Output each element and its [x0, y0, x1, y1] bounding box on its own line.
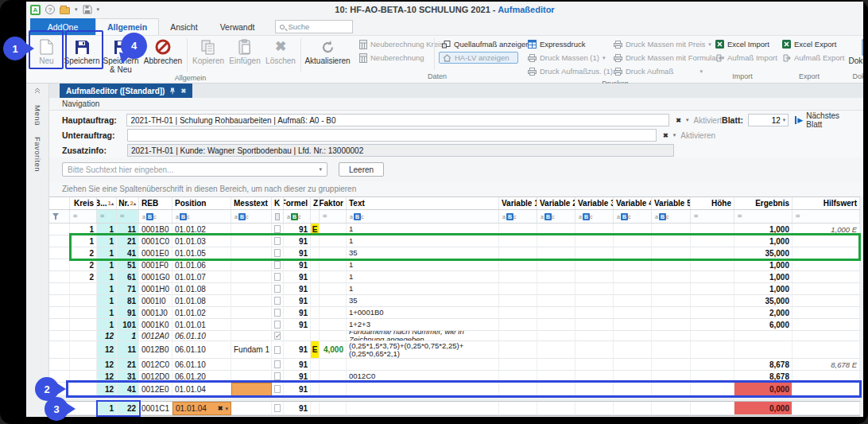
cell-reb[interactable]: 0012A0	[139, 331, 172, 341]
cell-v5[interactable]	[652, 283, 691, 295]
column-header-marker[interactable]	[49, 197, 70, 209]
filter-k[interactable]	[272, 210, 284, 223]
open-folder-icon[interactable]	[60, 7, 70, 14]
cell-hilf[interactable]	[792, 259, 860, 271]
column-header-hoehe[interactable]: Höhe	[691, 197, 734, 209]
help-icon[interactable]: ?	[45, 5, 55, 14]
cell-v2[interactable]	[537, 402, 575, 415]
cell-v2[interactable]	[537, 283, 575, 295]
column-header-kreis[interactable]: Kreis	[70, 197, 97, 209]
column-header-text[interactable]: Text	[347, 197, 499, 209]
cell-mess[interactable]	[231, 259, 272, 271]
cell-v5[interactable]	[652, 307, 691, 319]
cell-v4[interactable]	[614, 341, 652, 359]
table-row[interactable]: 21510001F001.01.069111,000	[49, 259, 860, 271]
k-checkbox[interactable]	[274, 346, 281, 354]
cell-erg[interactable]: 1,000	[734, 283, 792, 295]
cell-pos[interactable]: 06.01.10	[172, 341, 231, 359]
cell-k[interactable]	[272, 359, 284, 371]
cell-hoehe[interactable]	[691, 341, 734, 359]
cell-pos[interactable]: 01.01.07	[172, 271, 231, 283]
cell-v5[interactable]	[652, 402, 691, 415]
cell-hoehe[interactable]	[691, 307, 734, 319]
cell-k[interactable]	[272, 295, 284, 307]
kopieren-button[interactable]: Kopieren	[190, 36, 227, 74]
k-checkbox[interactable]	[274, 309, 281, 317]
druck-massen-mit-preis-button[interactable]: Druck Massen mit Preis▾	[610, 38, 706, 50]
cell-marker[interactable]	[49, 283, 70, 295]
cell-hoehe[interactable]	[691, 319, 734, 331]
cell-v1[interactable]	[499, 271, 537, 283]
cell-v4[interactable]	[614, 359, 652, 371]
cell-b[interactable]: 1	[97, 283, 117, 295]
table-row[interactable]: 1810001I001.01.08913535,000	[49, 295, 860, 307]
cell-marker[interactable]	[49, 331, 70, 341]
cell-v4[interactable]	[614, 283, 652, 295]
filter-z[interactable]	[311, 210, 320, 223]
cell-k[interactable]	[272, 307, 284, 319]
cell-k[interactable]	[272, 319, 284, 331]
cell-z[interactable]	[311, 331, 320, 341]
blatt-field[interactable]: 12▾	[748, 114, 789, 126]
cell-z[interactable]	[311, 307, 320, 319]
cell-hoehe[interactable]	[691, 359, 734, 371]
cell-v1[interactable]	[499, 402, 537, 415]
cell-reb[interactable]: 0001I0	[139, 295, 172, 307]
k-checkbox[interactable]: ✓	[274, 332, 281, 340]
cell-pos[interactable]: 01.01.02	[172, 307, 231, 319]
cell-hoehe[interactable]	[691, 271, 734, 283]
cell-text[interactable]: 1	[347, 259, 499, 271]
cell-b[interactable]: 1	[97, 259, 117, 271]
filter-text[interactable]: aBc	[347, 210, 499, 223]
cell-hoehe[interactable]	[691, 259, 734, 271]
column-header-var2[interactable]: Variable 2	[537, 197, 575, 209]
k-checkbox[interactable]	[274, 404, 281, 412]
cell-text[interactable]: 35	[347, 295, 499, 307]
cell-pos[interactable]: 01.01.04✖▾	[172, 402, 231, 415]
cell-pos[interactable]: 06.01.10	[172, 331, 231, 341]
filter-var3[interactable]: aBc	[575, 210, 614, 223]
cell-v3[interactable]	[575, 271, 614, 283]
cell-reb[interactable]: 0012B0	[139, 341, 172, 359]
cell-z[interactable]: E	[311, 341, 320, 359]
cell-reb[interactable]: 0001K0	[139, 319, 172, 331]
cell-v4[interactable]	[614, 295, 652, 307]
excel-export-button[interactable]: Excel Export	[779, 38, 839, 50]
save-icon[interactable]	[83, 5, 92, 14]
column-header-nr[interactable]: Nr.2▴	[117, 197, 139, 209]
filter-kreis[interactable]: =	[70, 210, 97, 223]
cell-v4[interactable]	[614, 331, 652, 341]
table-row[interactable]: 21610001G001.01.079111,000	[49, 271, 860, 283]
cell-v3[interactable]	[575, 402, 614, 415]
cell-formel[interactable]: 91	[284, 283, 311, 295]
neuberechnung-button[interactable]: Neuberechnung	[356, 52, 430, 64]
table-row[interactable]: ▸1220001C101.01.04✖▾910,000	[49, 401, 860, 416]
abbrechen-button[interactable]: Abbrechen	[141, 36, 184, 74]
cell-hilf[interactable]	[792, 271, 860, 283]
cell-text[interactable]: 1+2+3	[347, 319, 499, 331]
cell-formel[interactable]: 91	[284, 341, 311, 359]
cell-v2[interactable]	[537, 259, 575, 271]
cell-mess[interactable]	[231, 331, 272, 341]
clear-x-icon[interactable]: ✖	[676, 117, 681, 124]
chevron-down-icon[interactable]: ▾	[97, 6, 100, 13]
cell-mess[interactable]: Fundam 1	[231, 341, 272, 359]
unterauftrag-field[interactable]	[127, 129, 657, 142]
cell-erg[interactable]: 35,000	[734, 295, 792, 307]
close-icon[interactable]: ✖	[180, 88, 186, 95]
cell-hilf[interactable]	[792, 319, 860, 331]
cell-erg[interactable]	[734, 331, 792, 341]
cell-kreis[interactable]	[70, 319, 97, 331]
cell-b[interactable]: 1	[97, 295, 117, 307]
tab-allgemein[interactable]: Allgemein	[95, 18, 159, 35]
cell-v4[interactable]	[614, 402, 652, 415]
cell-reb[interactable]: 0001H0	[139, 283, 172, 295]
cell-v3[interactable]	[575, 259, 614, 271]
cell-v2[interactable]	[537, 295, 575, 307]
cell-formel[interactable]: 91	[284, 319, 311, 331]
cell-v5[interactable]	[652, 331, 691, 341]
column-header-var3[interactable]: Variable 3	[575, 197, 614, 209]
cell-mess[interactable]	[231, 319, 272, 331]
cell-hilf[interactable]	[792, 402, 860, 415]
clear-x-icon[interactable]: ✖	[218, 405, 223, 412]
